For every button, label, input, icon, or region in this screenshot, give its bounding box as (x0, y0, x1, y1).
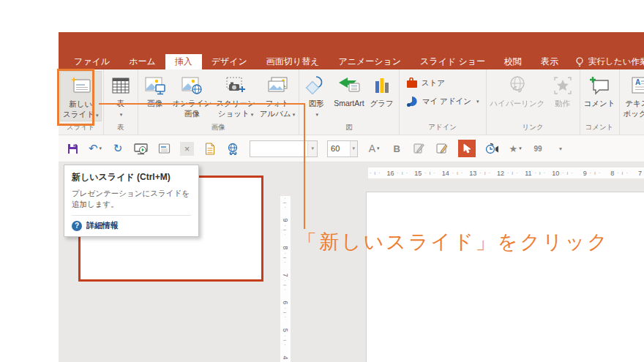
annotation-connector-horizontal (99, 103, 305, 105)
shapes-button[interactable]: 図形▾ (301, 71, 332, 120)
group-label-addins: アドイン (401, 122, 484, 135)
zoom-combo[interactable]: ▾ (327, 140, 358, 157)
action-label: 動作 (555, 99, 570, 108)
pictures-icon (144, 72, 166, 99)
new-file-button[interactable] (203, 140, 217, 157)
smartart-button[interactable]: SmartArt (332, 71, 366, 110)
help-icon: ? (72, 221, 82, 231)
h-ruler-number: 7 (638, 170, 642, 177)
tell-me-label: 実行したい作業を入力してください... (588, 56, 644, 67)
tab-insert[interactable]: 挿入 (165, 54, 202, 69)
screenshot-button[interactable]: スクリーンショット▾ (214, 71, 257, 120)
screenshot-label-2: ショット (218, 109, 250, 118)
quick-access-toolbar: ↶▾ ↻ × ▾ ▾ A▾ B (59, 135, 644, 162)
group-links: ハイパーリンク 動作 リンク (487, 69, 580, 135)
store-label: ストア (422, 78, 445, 88)
hyperlink-icon (506, 72, 528, 99)
screenshot-icon (225, 72, 247, 99)
horizontal-ruler: 16 15 14 13 12 11 10 9 8 7 (368, 167, 644, 178)
tooltip-divider (72, 215, 191, 216)
h-ruler-number: 14 (442, 170, 449, 177)
text-box-icon: A (630, 72, 644, 99)
tooltip-title: 新しいスライド (Ctrl+M) (72, 171, 191, 184)
tab-view[interactable]: 表示 (531, 54, 568, 69)
chart-label: グラフ (370, 99, 394, 108)
redo-button[interactable]: ↻ (111, 140, 124, 157)
tell-me-box[interactable]: 実行したい作業を入力してください... (575, 54, 644, 69)
chart-button[interactable]: グラフ (367, 71, 397, 110)
annotation-connector-vertical (304, 103, 305, 229)
comment-button[interactable]: コメント (582, 71, 618, 110)
style-combo-caret-icon[interactable]: ▾ (307, 141, 317, 157)
animation-styles-button-disabled: ★▾ (509, 140, 522, 157)
save-button[interactable] (66, 140, 79, 157)
h-ruler-number: 16 (387, 170, 394, 177)
screenshot-caret-icon: ▾ (251, 112, 254, 117)
tab-file[interactable]: ファイル (64, 54, 119, 69)
online-pictures-button[interactable]: オンライン画像 (171, 71, 214, 120)
layout-button[interactable] (157, 140, 171, 157)
h-ruler-number: 13 (469, 170, 476, 177)
group-tables: 表▾ 表 (104, 69, 138, 135)
more-tools-button[interactable]: ▾ (554, 140, 567, 157)
tab-slideshow[interactable]: スライド ショー (411, 54, 495, 69)
group-text: A テキストボックス▾ ヘッダーとフッター (620, 69, 644, 135)
tab-home[interactable]: ホーム (119, 54, 165, 69)
new-slide-qat-button[interactable] (435, 140, 449, 157)
font-size-label: A (369, 143, 375, 154)
h-ruler-number: 11 (525, 170, 531, 177)
tooltip-more-label: 詳細情報 (86, 220, 119, 231)
my-addins-button[interactable]: マイ アドイン ▾ (401, 92, 484, 110)
store-button[interactable]: ストア (401, 74, 450, 92)
h-ruler-number: 8 (610, 170, 614, 177)
star-icon: ★ (509, 143, 518, 154)
text-box-label-1: テキスト (625, 99, 644, 108)
star-caret-icon: ▾ (519, 146, 522, 151)
redo-icon: ↻ (113, 142, 123, 155)
action-button: 動作 (547, 71, 578, 110)
undo-button[interactable]: ↶▾ (89, 140, 102, 157)
tab-animations[interactable]: アニメーション (329, 54, 411, 69)
tab-review[interactable]: 校閲 (495, 54, 531, 69)
smartart-label: SmartArt (334, 99, 364, 108)
photo-album-button[interactable]: フォトアルバム▾ (258, 71, 298, 120)
photo-album-caret-icon: ▾ (293, 112, 296, 117)
undo-caret-icon: ▾ (100, 146, 102, 151)
shapes-icon (305, 72, 327, 99)
group-label-links: リンク (488, 122, 578, 135)
text-box-button[interactable]: A テキストボックス▾ (621, 71, 644, 120)
annotation-highlight-box (57, 69, 94, 126)
group-label-text (621, 132, 644, 135)
style-combo-input[interactable] (250, 141, 307, 157)
store-icon (406, 78, 418, 88)
zoom-combo-input[interactable] (328, 141, 350, 157)
format-painter-button-disabled (413, 140, 426, 157)
select-cursor-button-active[interactable] (458, 140, 476, 157)
svg-text:A: A (635, 78, 640, 86)
screenshot-stage: ファイル ホーム 挿入 デザイン 画面切り替え アニメーション スライド ショー… (0, 0, 644, 362)
text-box-label-2: ボックス (624, 109, 644, 118)
hyperlink-qat-button[interactable] (226, 140, 240, 157)
h-ruler-number: 15 (414, 170, 422, 177)
slide-canvas[interactable] (366, 192, 644, 362)
zoom-combo-caret-icon[interactable]: ▾ (350, 141, 357, 157)
hyperlink-label: ハイパーリンク (490, 99, 545, 108)
h-ruler-number: 9 (583, 170, 587, 177)
group-addins: ストア マイ アドイン ▾ アドイン (400, 69, 487, 135)
v-ruler-number: 4 (282, 356, 289, 360)
comment-icon (588, 72, 611, 99)
start-slideshow-button[interactable] (134, 140, 148, 157)
comment-label: コメント (584, 99, 615, 108)
tooltip-body: プレゼンテーションにスライドを追加します。 (72, 188, 191, 210)
animation-timing-button[interactable] (485, 140, 499, 157)
table-button[interactable]: 表▾ (105, 71, 136, 120)
tab-design[interactable]: デザイン (202, 54, 257, 69)
my-addins-caret-icon: ▾ (476, 99, 479, 105)
tab-transitions[interactable]: 画面切り替え (257, 54, 329, 69)
my-addins-label: マイ アドイン (422, 97, 471, 107)
v-ruler-number: 6 (282, 301, 289, 304)
v-ruler-number: 7 (282, 274, 289, 277)
style-combo[interactable]: ▾ (250, 140, 318, 157)
shapes-label: 図形 (309, 99, 324, 108)
tooltip-more-link[interactable]: ? 詳細情報 (72, 220, 191, 231)
